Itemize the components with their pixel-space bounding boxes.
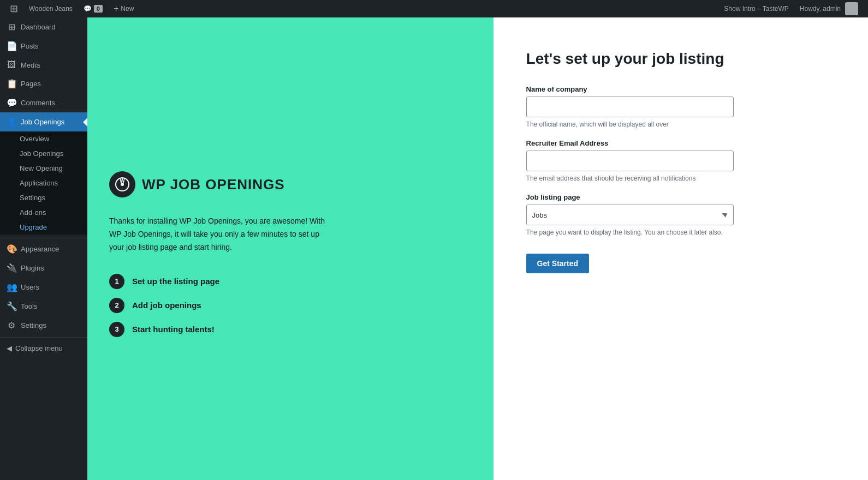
comments-count: 0 <box>94 5 103 13</box>
plus-icon: + <box>114 4 118 14</box>
show-intro-button[interactable]: Show Intro – TasteWP <box>718 0 794 17</box>
sidebar-item-label: Posts <box>21 42 81 50</box>
content-area: W WP JOB OPENINGS Thanks for installing … <box>87 17 868 480</box>
pages-icon: 📋 <box>7 79 16 89</box>
howdy-label: Howdy, admin <box>800 5 841 13</box>
sidebar-separator <box>0 237 87 237</box>
new-button[interactable]: + New <box>108 0 139 17</box>
collapse-menu-button[interactable]: ◀ Collapse menu <box>0 340 87 357</box>
howdy-button[interactable]: Howdy, admin <box>794 0 864 17</box>
company-name-label: Name of company <box>526 85 835 93</box>
sidebar: ⊞ Dashboard 📄 Posts 🖼 Media 📋 Pages 💬 Co… <box>0 17 87 480</box>
appearance-icon: 🎨 <box>7 244 16 254</box>
sidebar-submenu-settings[interactable]: Settings <box>0 190 87 205</box>
sidebar-item-users[interactable]: 👥 Users <box>0 278 87 297</box>
sidebar-item-label: Appearance <box>21 245 81 253</box>
dashboard-icon: ⊞ <box>7 22 16 32</box>
setup-title: Let's set up your job listing <box>526 50 835 68</box>
listing-page-group: Job listing page Jobs The page you want … <box>526 193 835 236</box>
listing-page-hint: The page you want to display the listing… <box>526 229 835 236</box>
job-openings-icon: 👤 <box>7 117 16 127</box>
sidebar-item-label: Media <box>21 61 81 69</box>
wp-logo-button[interactable]: ⊞ <box>4 0 23 17</box>
settings-icon: ⚙ <box>7 320 16 331</box>
company-name-group: Name of company The official name, which… <box>526 85 835 128</box>
media-icon: 🖼 <box>7 60 16 70</box>
sidebar-item-dashboard[interactable]: ⊞ Dashboard <box>0 17 87 37</box>
listing-page-label: Job listing page <box>526 193 835 201</box>
sidebar-submenu-job-openings[interactable]: Job Openings <box>0 146 87 161</box>
step-num-3: 3 <box>109 322 124 337</box>
step-label-3: Start hunting talents! <box>132 325 215 334</box>
new-label: New <box>121 5 134 13</box>
company-name-input[interactable] <box>526 97 734 117</box>
plugin-title: WP JOB OPENINGS <box>142 176 285 193</box>
comments-button[interactable]: 💬 0 <box>78 0 108 17</box>
step-label-1: Set up the listing page <box>132 277 219 286</box>
sidebar-submenu-overview[interactable]: Overview <box>0 131 87 146</box>
company-name-hint: The official name, which will be display… <box>526 121 835 128</box>
step-label-2: Add job openings <box>132 301 201 310</box>
step-item-2: 2 Add job openings <box>109 298 472 313</box>
get-started-button[interactable]: Get Started <box>526 254 589 273</box>
plugins-icon: 🔌 <box>7 263 16 273</box>
posts-icon: 📄 <box>7 41 16 51</box>
sidebar-submenu-new-opening[interactable]: New Opening <box>0 161 87 176</box>
email-input[interactable] <box>526 151 734 171</box>
plugin-header: W WP JOB OPENINGS <box>109 171 472 197</box>
step-item-3: 3 Start hunting talents! <box>109 322 472 337</box>
collapse-icon: ◀ <box>7 344 12 352</box>
show-intro-label: Show Intro – TasteWP <box>724 5 789 13</box>
intro-text: Thanks for installing WP Job Openings, y… <box>109 215 328 254</box>
sidebar-item-comments[interactable]: 💬 Comments <box>0 93 87 112</box>
step-num-2: 2 <box>109 298 124 313</box>
avatar <box>845 2 858 15</box>
sidebar-item-tools[interactable]: 🔧 Tools <box>0 297 87 316</box>
step-num-1: 1 <box>109 274 124 289</box>
listing-page-select[interactable]: Jobs <box>526 205 734 225</box>
steps-list: 1 Set up the listing page 2 Add job open… <box>109 274 472 337</box>
email-label: Recruiter Email Address <box>526 139 835 147</box>
right-panel: Let's set up your job listing Name of co… <box>494 17 868 480</box>
admin-bar: ⊞ Wooden Jeans 💬 0 + New Show Intro – Ta… <box>0 0 868 17</box>
sidebar-item-label: Settings <box>21 321 81 329</box>
sidebar-submenu-applications[interactable]: Applications <box>0 176 87 190</box>
sidebar-item-label: Pages <box>21 80 81 88</box>
sidebar-item-label: Job Openings <box>21 118 81 126</box>
sidebar-item-plugins[interactable]: 🔌 Plugins <box>0 259 87 278</box>
sidebar-item-label: Dashboard <box>21 23 81 31</box>
sidebar-item-media[interactable]: 🖼 Media <box>0 56 87 74</box>
sidebar-submenu-add-ons[interactable]: Add-ons <box>0 205 87 220</box>
svg-text:W: W <box>120 178 125 184</box>
plugin-logo: W <box>109 171 135 197</box>
wp-logo-icon: ⊞ <box>10 3 18 15</box>
sidebar-item-label: Plugins <box>21 264 81 272</box>
sidebar-item-pages[interactable]: 📋 Pages <box>0 74 87 93</box>
users-icon: 👥 <box>7 282 16 292</box>
sidebar-item-appearance[interactable]: 🎨 Appearance <box>0 239 87 259</box>
comment-icon: 💬 <box>84 5 92 13</box>
step-item-1: 1 Set up the listing page <box>109 274 472 289</box>
sidebar-item-posts[interactable]: 📄 Posts <box>0 37 87 56</box>
sidebar-item-job-openings[interactable]: 👤 Job Openings <box>0 112 87 131</box>
sidebar-item-settings[interactable]: ⚙ Settings <box>0 316 87 335</box>
listing-page-select-wrapper: Jobs <box>526 205 734 225</box>
site-name: Wooden Jeans <box>29 5 73 13</box>
email-hint: The email address that should be receivi… <box>526 175 835 182</box>
comments-icon: 💬 <box>7 98 16 108</box>
sidebar-item-label: Tools <box>21 302 81 310</box>
tools-icon: 🔧 <box>7 301 16 311</box>
active-arrow <box>83 118 87 127</box>
site-name-button[interactable]: Wooden Jeans <box>23 0 78 17</box>
email-group: Recruiter Email Address The email addres… <box>526 139 835 182</box>
sidebar-separator-2 <box>0 337 87 338</box>
collapse-label: Collapse menu <box>15 344 63 352</box>
sidebar-item-label: Users <box>21 283 81 291</box>
sidebar-submenu-upgrade[interactable]: Upgrade <box>0 220 87 235</box>
left-panel: W WP JOB OPENINGS Thanks for installing … <box>87 17 494 480</box>
sidebar-item-label: Comments <box>21 99 81 107</box>
